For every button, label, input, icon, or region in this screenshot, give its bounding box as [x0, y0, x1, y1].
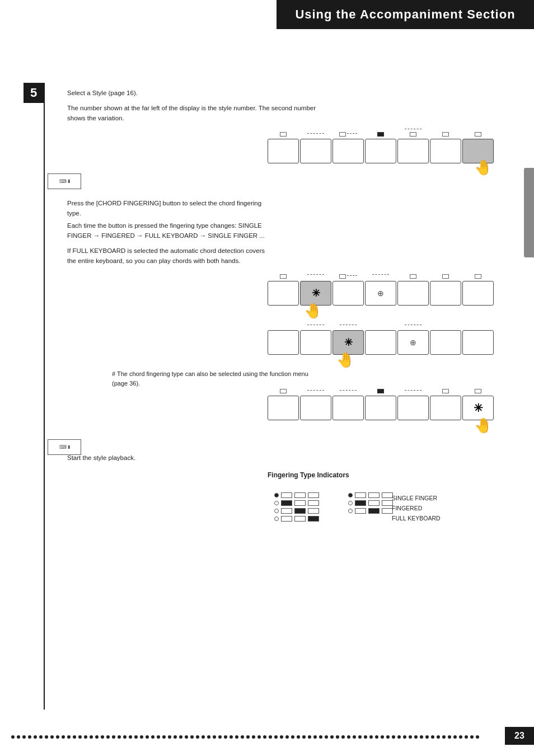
led-rect-4d	[308, 516, 319, 522]
text-fingering-indicators: Fingering Type Indicators	[268, 470, 349, 481]
header-black-block: Using the Accompaniment Section	[277, 0, 534, 29]
keyboard-icon-1: ⌨ ▮	[48, 173, 81, 189]
text-chord-fingering: Press the [CHORD FINGERING] button to se…	[67, 199, 263, 219]
led-dot-4a	[274, 516, 279, 521]
right-tab	[524, 168, 534, 257]
button-row-3: ✳ 🤚 ⊕	[268, 325, 494, 355]
led-rect-r1d	[382, 492, 393, 498]
led-rect-4b	[281, 516, 292, 522]
led-dot-r2a	[348, 501, 353, 505]
bottom-dots	[0, 735, 534, 739]
led-rect-r3b	[355, 508, 366, 514]
text-step2: The number shown at the far left of the …	[67, 104, 319, 124]
led-dot-1a	[274, 493, 279, 497]
led-dot-3a	[274, 509, 279, 513]
header: Using the Accompaniment Section	[0, 0, 534, 29]
led-rect-r2d	[382, 500, 393, 506]
text-fk-label: FULL KEYBOARD	[392, 514, 441, 523]
page-number: 23	[505, 727, 534, 745]
led-indicators	[274, 492, 393, 522]
led-rect-r2b	[355, 500, 366, 506]
text-full-keyboard: If FULL KEYBOARD is selected the automat…	[67, 246, 274, 266]
led-rect-1d	[308, 492, 319, 498]
led-rect-3c	[294, 508, 306, 514]
led-rect-1c	[294, 492, 306, 498]
text-sf-label: SINGLE FINGER	[392, 494, 437, 503]
keyboard-icon-2: ⌨ ▮	[48, 439, 81, 455]
text-fg-label: FINGERED	[392, 504, 422, 513]
led-rect-r2c	[368, 500, 380, 506]
led-col-left	[274, 492, 319, 522]
header-title: Using the Accompaniment Section	[295, 7, 515, 22]
button-row-2: ✳ 🤚 ⊕	[268, 274, 494, 306]
text-step1: Select a Style (page 16).	[67, 88, 280, 98]
led-dot-r1a	[348, 493, 353, 497]
text-chord-types: Each time the button is pressed the fing…	[67, 221, 274, 241]
text-hash-note: # The chord fingering type can also be s…	[112, 369, 325, 388]
left-vertical-line	[44, 83, 45, 710]
led-rect-1b	[281, 492, 292, 498]
led-rect-2c	[294, 500, 306, 506]
led-rect-r1c	[368, 492, 380, 498]
led-rect-r3c	[368, 508, 380, 514]
led-rect-4c	[294, 516, 306, 522]
led-rect-r1b	[355, 492, 366, 498]
led-col-right	[348, 492, 393, 522]
led-rect-3d	[308, 508, 319, 514]
led-rect-3b	[281, 508, 292, 514]
led-dot-2a	[274, 501, 279, 505]
led-rect-2b	[281, 500, 292, 506]
text-start-playback: Start the style playback.	[67, 453, 280, 463]
button-row-4: ✳ 🤚	[268, 389, 494, 420]
led-rect-r3d	[382, 508, 393, 514]
led-rect-2d	[308, 500, 319, 506]
section-badge: 5	[24, 83, 44, 103]
button-row-1: 🤚	[268, 129, 494, 163]
led-dot-r3a	[348, 509, 353, 513]
